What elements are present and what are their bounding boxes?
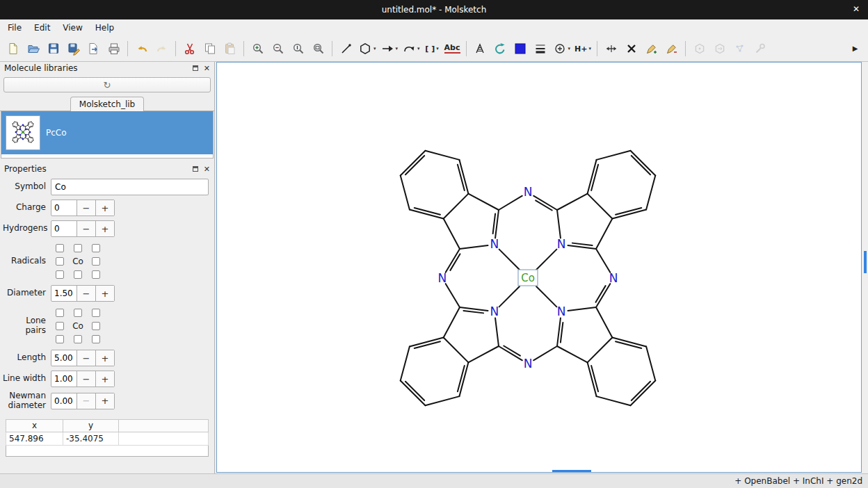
radicals-checkbox-7[interactable]: [74, 270, 82, 279]
charge-input[interactable]: [51, 200, 77, 215]
copy-button[interactable]: [200, 40, 219, 58]
hydrogen-tool-button[interactable]: H+▾: [573, 40, 593, 58]
charge-decrement-button[interactable]: −: [77, 200, 95, 215]
diameter-decrement-button[interactable]: −: [77, 286, 95, 301]
zoom-fit-button[interactable]: [309, 40, 328, 58]
radicals-checkbox-6[interactable]: [56, 270, 64, 279]
properties-float-icon[interactable]: [193, 166, 198, 172]
hydrogens-input[interactable]: [51, 221, 77, 236]
newman-diameter-increment-button[interactable]: +: [95, 393, 114, 409]
length-spinbox: − +: [51, 350, 115, 366]
print-button[interactable]: [104, 40, 123, 58]
undo-button[interactable]: [132, 40, 151, 58]
lone-pairs-checkbox-1[interactable]: [74, 309, 82, 317]
draw-ring-dropdown-arrow[interactable]: ▾: [373, 46, 376, 51]
zoom-in-button[interactable]: [248, 40, 267, 58]
properties-close-icon[interactable]: ✕: [204, 165, 210, 173]
molecule-drawing[interactable]: NNNNNNNNCo: [217, 63, 861, 473]
draw-ring-button[interactable]: ▾: [357, 40, 378, 58]
symbol-label: Symbol: [3, 182, 46, 192]
vertical-scroll-indicator[interactable]: [864, 251, 867, 273]
length-input[interactable]: [51, 350, 77, 366]
library-refresh-button[interactable]: ↻: [3, 77, 211, 92]
open-file-button[interactable]: [24, 40, 42, 58]
pen-remove-button[interactable]: [662, 40, 681, 58]
toolbar-separator: [466, 41, 467, 56]
svg-text:N: N: [437, 271, 447, 285]
coords-header-empty: [119, 419, 209, 432]
radicals-checkbox-1[interactable]: [74, 244, 82, 252]
bracket-dropdown-arrow[interactable]: ▾: [436, 46, 439, 51]
radicals-checkbox-3[interactable]: [56, 257, 64, 266]
bracket-button[interactable]: [ ]▾: [423, 40, 442, 58]
line-width-input[interactable]: [51, 371, 77, 387]
line-width-decrement-button[interactable]: −: [77, 371, 95, 387]
radicals-checkbox-8[interactable]: [92, 270, 100, 279]
menu-edit[interactable]: Edit: [28, 20, 56, 35]
radicals-checkbox-2[interactable]: [92, 244, 100, 252]
newman-diameter-input[interactable]: [51, 393, 77, 409]
save-file-as-button[interactable]: [64, 40, 83, 58]
menu-help[interactable]: Help: [89, 20, 120, 35]
length-increment-button[interactable]: +: [95, 350, 114, 366]
library-item-pcco[interactable]: PcCo: [1, 111, 213, 154]
lone-pairs-checkbox-5[interactable]: [92, 322, 100, 330]
charge-tool-button[interactable]: ▾: [552, 40, 572, 58]
reaction-arrow-button[interactable]: ▾: [379, 40, 400, 58]
hatch-wedge-button[interactable]: [471, 40, 490, 58]
hydrogens-decrement-button[interactable]: −: [77, 221, 95, 236]
hydrogens-spinbox: − +: [51, 220, 115, 237]
radicals-checkbox-5[interactable]: [92, 257, 100, 266]
charge-tool-dropdown-arrow[interactable]: ▾: [568, 46, 571, 51]
diameter-input[interactable]: [51, 286, 77, 301]
coord-x-value[interactable]: 547.896: [6, 432, 63, 445]
lone-pairs-checkbox-7[interactable]: [74, 335, 82, 343]
rotate-tool-button[interactable]: [491, 40, 510, 58]
new-file-button[interactable]: [3, 40, 22, 58]
menu-view[interactable]: View: [56, 20, 88, 35]
save-file-button[interactable]: [44, 40, 63, 58]
line-width-increment-button[interactable]: +: [95, 371, 114, 387]
lone-pairs-checkbox-2[interactable]: [92, 309, 100, 317]
hydrogens-increment-button[interactable]: +: [95, 221, 114, 236]
export-file-button[interactable]: [84, 40, 103, 58]
horizontal-scroll-indicator[interactable]: [552, 470, 591, 472]
text-tool-button[interactable]: Abc: [443, 40, 462, 58]
reaction-arrow-dropdown-arrow[interactable]: ▾: [396, 46, 399, 51]
line-width-button[interactable]: [531, 40, 550, 58]
zoom-out-button[interactable]: [268, 40, 287, 58]
hydrogen-tool-icon: H+: [574, 45, 587, 53]
lone-pairs-checkbox-0[interactable]: [56, 309, 64, 317]
radicals-checkbox-0[interactable]: [56, 244, 64, 252]
length-decrement-button[interactable]: −: [77, 350, 95, 366]
mechanism-arrow-dropdown-arrow[interactable]: ▾: [417, 46, 420, 51]
toolbar-extend-button[interactable]: ▶: [846, 40, 865, 58]
newman-diameter-decrement-button: −: [77, 393, 95, 409]
flip-tool-button[interactable]: [602, 40, 620, 58]
cut-button[interactable]: [180, 40, 199, 58]
library-tabs: Molsketch_lib: [0, 97, 214, 111]
delete-tool-button[interactable]: [622, 40, 641, 58]
draw-bond-button[interactable]: [337, 40, 355, 58]
libraries-float-icon[interactable]: [193, 65, 198, 71]
libraries-close-icon[interactable]: ✕: [204, 65, 210, 72]
lone-pairs-checkbox-8[interactable]: [92, 335, 100, 343]
symbol-input[interactable]: [51, 179, 209, 195]
lone-pairs-checkbox-6[interactable]: [56, 335, 64, 343]
tab-molsketch-lib[interactable]: Molsketch_lib: [70, 97, 144, 111]
color-picker-button[interactable]: [511, 40, 530, 58]
main-area: Molecule libraries ✕ ↻ Molsketch_lib PcC…: [0, 62, 868, 473]
pen-add-button[interactable]: [642, 40, 661, 58]
menu-file[interactable]: File: [1, 20, 28, 35]
zoom-original-button[interactable]: [289, 40, 307, 58]
charge-increment-button[interactable]: +: [95, 200, 114, 215]
lone-pairs-checkbox-3[interactable]: [56, 322, 64, 330]
drawing-canvas[interactable]: NNNNNNNNCo: [216, 62, 862, 473]
window-close-button[interactable]: ✕: [853, 4, 860, 14]
hydrogen-tool-dropdown-arrow[interactable]: ▾: [589, 46, 592, 51]
diameter-spinbox: − +: [51, 285, 115, 302]
mechanism-arrow-button[interactable]: ▾: [401, 40, 421, 58]
diameter-increment-button[interactable]: +: [95, 286, 114, 301]
properties-panel-header: Properties ✕: [0, 163, 214, 175]
coord-y-value[interactable]: -35.4075: [63, 432, 119, 445]
